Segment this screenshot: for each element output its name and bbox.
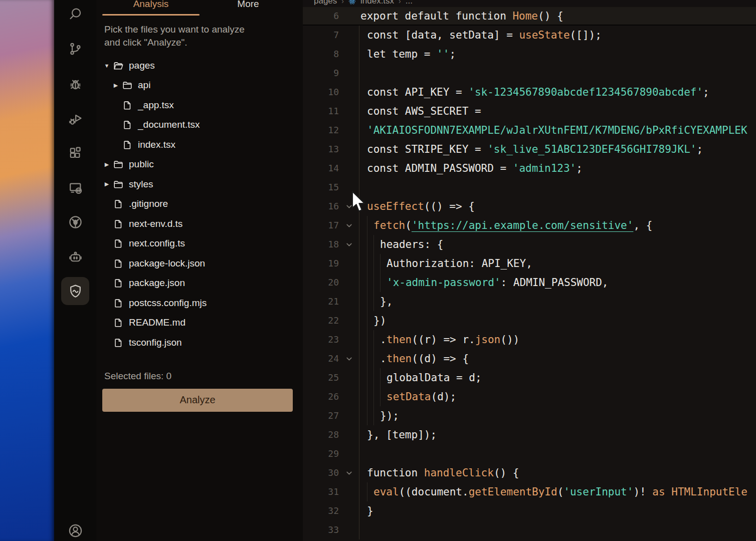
security-shield-icon[interactable]: [61, 277, 89, 305]
line-number: 9: [303, 64, 339, 83]
run-and-debug-icon[interactable]: [64, 108, 86, 130]
debug-icon[interactable]: [64, 73, 86, 95]
breadcrumb-item[interactable]: index.tsx: [360, 0, 394, 7]
token: )!: [633, 486, 652, 498]
indent-guide: [360, 349, 367, 368]
code-line[interactable]: 29: [303, 444, 756, 463]
chevron-right-icon[interactable]: ▶: [110, 82, 121, 89]
chevron-down-icon[interactable]: ▼: [101, 63, 112, 69]
fold-chevron-icon[interactable]: [339, 197, 359, 216]
extensions-icon[interactable]: [64, 142, 86, 164]
token: (: [557, 486, 564, 498]
tree-item-index-tsx[interactable]: index.tsx: [96, 135, 303, 155]
code-line[interactable]: 23.then((r) => r.json()): [303, 330, 756, 349]
tree-item-pages[interactable]: ▼pages: [96, 56, 303, 76]
code-line[interactable]: 26setData(d);: [303, 387, 756, 406]
tree-item-tsconfig-json[interactable]: tsconfig.json: [96, 333, 303, 353]
tree-item-package-json[interactable]: package.json: [96, 274, 303, 294]
code-line[interactable]: 33: [303, 520, 756, 539]
token: [665, 486, 672, 498]
fold-spacer: [339, 368, 359, 387]
code-line[interactable]: 24.then((d) => {: [303, 349, 756, 368]
code-line[interactable]: 27});: [303, 406, 756, 425]
tree-item-package-lock-json[interactable]: package-lock.json: [96, 253, 303, 274]
fold-spacer: [339, 140, 359, 159]
code-line[interactable]: 25globalData = d;: [303, 368, 756, 387]
fold-spacer: [339, 121, 359, 140]
indent-guide: [360, 311, 367, 330]
breadcrumb-item[interactable]: ...: [406, 0, 413, 7]
token: getElementById: [469, 486, 557, 498]
fold-chevron-icon[interactable]: [339, 349, 359, 368]
code-editor: pages›index.tsx›... 6export default func…: [303, 0, 756, 541]
analyze-button[interactable]: Analyze: [102, 389, 293, 412]
tree-item-postcss-config-mjs[interactable]: postcss.config.mjs: [96, 293, 303, 313]
token: 'sk-1234567890abcdef1234567890abcdef': [468, 86, 703, 98]
breadcrumb-item[interactable]: pages: [314, 0, 337, 7]
account-icon[interactable]: [64, 519, 86, 541]
code-line[interactable]: 32}: [303, 501, 756, 520]
fold-chevron-icon[interactable]: [339, 216, 359, 235]
desktop-wallpaper: [0, 0, 54, 541]
tab-more[interactable]: More: [200, 0, 297, 16]
token: headers: {: [380, 238, 443, 250]
tree-item-app-tsx[interactable]: _app.tsx: [96, 95, 303, 115]
line-number: 15: [303, 178, 339, 197]
fold-chevron-icon[interactable]: [339, 463, 359, 482]
line-number: 31: [303, 482, 339, 501]
code-line[interactable]: 28}, [temp]);: [303, 425, 756, 444]
code-line[interactable]: 15: [303, 178, 756, 197]
code-line[interactable]: 12'AKIAIOSFODNN7EXAMPLE/wJalrXUtnFEMI/K7…: [303, 121, 756, 140]
folder-open-icon: [112, 60, 124, 72]
code-line[interactable]: 16useEffect(() => {: [303, 197, 756, 216]
tree-item-styles[interactable]: ▶styles: [96, 174, 303, 194]
code-line[interactable]: 20'x-admin-password': ADMIN_PASSWORD,: [303, 273, 756, 292]
code-line[interactable]: 19Authorization: API_KEY,: [303, 254, 756, 273]
code-text: 'x-admin-password': ADMIN_PASSWORD,: [359, 273, 756, 292]
code-line[interactable]: 14const ADMIN_PASSWORD = 'admin123';: [303, 159, 756, 178]
code-line[interactable]: 17fetch('https://api.example.com/sensiti…: [303, 216, 756, 235]
chevron-right-icon[interactable]: ▶: [101, 161, 112, 168]
code-line[interactable]: 30function handleClick() {: [303, 463, 756, 482]
tree-item-api[interactable]: ▶api: [96, 76, 303, 96]
tree-item-next-env-d-ts[interactable]: next-env.d.ts: [96, 214, 303, 234]
tree-item-readme-md[interactable]: README.md: [96, 313, 303, 333]
token: 'AKIAIOSFODNN7EXAMPLE/wJalrXUtnFEMI/K7MD…: [367, 124, 747, 136]
code-line[interactable]: 18headers: {: [303, 235, 756, 254]
code-line[interactable]: 8let temp = '';: [303, 45, 756, 64]
code-line[interactable]: 10const API_KEY = 'sk-1234567890abcdef12…: [303, 83, 756, 102]
remote-explorer-icon[interactable]: [64, 177, 86, 199]
code-line[interactable]: 13const STRIPE_KEY = 'sk_live_51ABC123DE…: [303, 140, 756, 159]
chevron-right-icon[interactable]: ▶: [101, 181, 112, 187]
fold-spacer: [339, 330, 359, 349]
source-control-icon[interactable]: [64, 38, 86, 60]
selected-files-label: Selected files: 0: [104, 371, 303, 382]
tree-item-document-tsx[interactable]: _document.tsx: [96, 115, 303, 135]
breadcrumb[interactable]: pages›index.tsx›...: [303, 0, 756, 7]
indent-guide: [360, 387, 367, 406]
copilot-icon[interactable]: [64, 246, 86, 268]
tree-item-next-config-ts[interactable]: next.config.ts: [96, 234, 303, 254]
code-line[interactable]: 21},: [303, 292, 756, 311]
indent-guide: [360, 482, 367, 501]
code-line[interactable]: 22}): [303, 311, 756, 330]
github-icon[interactable]: [64, 211, 86, 233]
indent-guide: [373, 368, 380, 387]
code-line[interactable]: 31eval((document.getElementById('userInp…: [303, 482, 756, 501]
fold-chevron-icon[interactable]: [339, 235, 359, 254]
token: 'x-admin-password': [387, 277, 501, 289]
token: export default function: [360, 10, 512, 22]
code-text: .then((r) => r.json()): [359, 330, 756, 349]
code-line[interactable]: 7const [data, setData] = useState([]);: [303, 26, 756, 45]
token: then: [387, 353, 412, 365]
sticky-code-line[interactable]: 6export default function Home() {: [303, 7, 756, 26]
indent-guide: [360, 83, 367, 102]
token: handleClick: [424, 467, 494, 479]
tab-analysis[interactable]: Analysis: [102, 0, 200, 16]
token: as: [652, 486, 665, 498]
code-line[interactable]: 9: [303, 64, 756, 83]
code-line[interactable]: 11const AWS_SECRET =: [303, 102, 756, 121]
search-icon[interactable]: [64, 3, 86, 25]
tree-item-public[interactable]: ▶public: [96, 155, 303, 175]
tree-item-gitignore[interactable]: .gitignore: [96, 194, 303, 214]
